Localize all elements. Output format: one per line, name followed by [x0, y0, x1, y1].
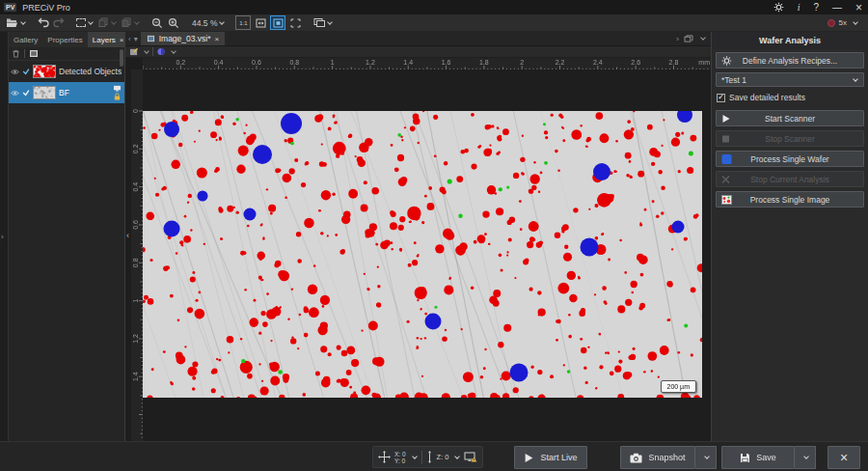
process-single-wafer-button[interactable]: Process Single Wafer	[716, 151, 864, 167]
zoom-level-dropdown[interactable]: 44.5 %	[190, 18, 227, 28]
tab-scroll-left-icon[interactable]: ‹	[128, 35, 131, 43]
document-tab-bar: ‹ ▾ Image_03.vsi* × ›	[125, 32, 711, 46]
snapshot-options-chevron[interactable]	[695, 446, 717, 469]
info-icon[interactable]: i	[798, 3, 800, 13]
left-edge-strip: ›	[0, 32, 9, 441]
tab-scroll-right-icon[interactable]: ›	[676, 35, 679, 43]
stop-scanner-button[interactable]: Stop Scanner	[716, 130, 864, 147]
specimen-image[interactable]	[143, 111, 702, 398]
redo-button[interactable]	[51, 15, 67, 31]
objective-selector[interactable]: 5x	[827, 18, 864, 27]
gear-icon	[721, 55, 732, 66]
close-document-icon[interactable]: ×	[215, 35, 220, 43]
start-live-button[interactable]: Start Live	[514, 446, 587, 469]
zoom-in-button[interactable]	[166, 15, 182, 31]
copy-button[interactable]	[95, 15, 119, 31]
tab-properties[interactable]: Properties	[42, 32, 87, 47]
define-analysis-recipes-button[interactable]: Define Analysis Recipes...	[716, 52, 864, 69]
settings-gear-icon[interactable]	[773, 2, 784, 13]
delete-layer-icon[interactable]	[12, 49, 20, 58]
display-badge-icon	[113, 85, 122, 92]
layers-toolbar	[9, 47, 124, 61]
vertical-ruler	[131, 69, 143, 441]
display-warning-icon[interactable]	[464, 452, 477, 463]
floppy-save-icon	[740, 453, 750, 463]
wafer-analysis-panel: Wafer Analysis Define Analysis Recipes..…	[711, 32, 868, 441]
stage-z-value: Z: 0	[437, 454, 449, 460]
recipe-dropdown[interactable]: *Test 1	[716, 72, 864, 87]
fullscreen-button[interactable]	[287, 15, 303, 30]
visibility-eye-icon[interactable]	[11, 90, 19, 97]
stage-z-dropdown[interactable]	[455, 454, 461, 459]
open-file-button[interactable]	[4, 15, 28, 31]
close-workspace-button[interactable]: ×	[827, 446, 860, 469]
cancel-x-icon	[721, 175, 730, 183]
image-file-icon	[147, 35, 155, 42]
view-actual-size-button[interactable]: 1:1	[235, 15, 251, 30]
wafer-icon	[721, 153, 732, 164]
new-layer-icon[interactable]	[29, 49, 39, 58]
fit-to-screen-button[interactable]	[270, 15, 285, 30]
stage-move-icon[interactable]	[378, 451, 391, 463]
visibility-eye-icon[interactable]	[11, 69, 19, 75]
start-scanner-button[interactable]: Start Scanner	[716, 110, 864, 126]
stage-y-value: Y: 0	[394, 457, 406, 464]
paste-button[interactable]	[119, 15, 142, 31]
save-button[interactable]: Save	[721, 446, 795, 469]
checkbox-check-icon: ✓	[717, 94, 725, 102]
expand-panel-arrow[interactable]: ›	[1, 233, 4, 241]
tab-gallery[interactable]: Gallery	[9, 32, 42, 47]
layer-label: Detected Objects	[59, 67, 122, 76]
layer-row-detected-objects[interactable]: Detected Objects	[9, 61, 124, 82]
layer-row-bf[interactable]: BF	[9, 82, 124, 103]
stop-icon	[721, 134, 730, 143]
window-stack-icon[interactable]	[684, 35, 693, 42]
layer-check-icon[interactable]	[22, 89, 30, 97]
panel-title: Wafer Analysis	[712, 32, 868, 49]
app-logo-icon: PV	[4, 3, 16, 12]
document-tab[interactable]: Image_03.vsi* ×	[141, 32, 226, 45]
layer-thumbnail-detected	[33, 65, 56, 78]
specimen-viewport[interactable]: 200 µm	[143, 111, 702, 398]
process-single-image-button[interactable]: Process Single Image	[716, 191, 864, 208]
zoom-out-button[interactable]	[149, 15, 166, 31]
help-icon[interactable]: ?	[813, 3, 819, 13]
stage-xy-dropdown[interactable]	[412, 454, 418, 459]
layer-check-icon[interactable]	[22, 68, 30, 75]
analyzed-image-icon	[721, 194, 732, 205]
layer-label: BF	[59, 88, 69, 97]
app-title: PRECiV Pro	[22, 3, 70, 13]
minimize-button[interactable]: —	[832, 3, 842, 13]
collapse-panel-arrow[interactable]: ‹	[126, 231, 129, 240]
selection-tool-button[interactable]	[74, 15, 95, 31]
tab-layers[interactable]: Layers ×	[88, 32, 129, 47]
save-options-chevron[interactable]	[795, 446, 816, 469]
left-panel: Gallery Properties Layers ×	[9, 32, 125, 441]
layers-scrollbar[interactable]	[120, 49, 123, 67]
app-window: PV PRECiV Pro i ? — ×	[0, 0, 868, 471]
snapshot-button[interactable]: Snapshot	[620, 446, 695, 469]
stage-position-group: X: 0 Y: 0 Z: 0	[372, 446, 483, 468]
save-detailed-results-checkbox[interactable]: ✓ Save detailed results	[717, 93, 863, 102]
document-area: ‹ ▾ Image_03.vsi* × ›	[125, 32, 711, 441]
lock-badge-icon	[114, 93, 121, 100]
close-tab-icon[interactable]: ×	[120, 36, 124, 44]
play-icon	[721, 114, 731, 124]
undo-button[interactable]	[36, 15, 51, 31]
fit-width-button[interactable]	[253, 15, 268, 30]
stop-current-analysis-button[interactable]: Stop Current Analysis	[716, 171, 864, 187]
annotation-tool-icon[interactable]	[129, 47, 139, 56]
stage-x-value: X: 0	[394, 451, 406, 457]
viewport-layout-button[interactable]	[312, 15, 335, 31]
tab-menu-icon[interactable]: ▾	[134, 35, 138, 43]
scale-bar: 200 µm	[661, 380, 697, 393]
horizontal-ruler	[143, 58, 711, 69]
objective-lens-icon	[827, 19, 835, 27]
display-mode-icon[interactable]	[156, 47, 166, 56]
play-icon	[524, 453, 534, 463]
camera-icon	[630, 453, 642, 463]
title-bar: PV PRECiV Pro i ? — ×	[0, 0, 868, 14]
layer-thumbnail-bf	[33, 86, 56, 99]
bottom-bar: X: 0 Y: 0 Z: 0 Start Live Snapshot	[0, 441, 868, 471]
close-button[interactable]: ×	[855, 3, 862, 13]
